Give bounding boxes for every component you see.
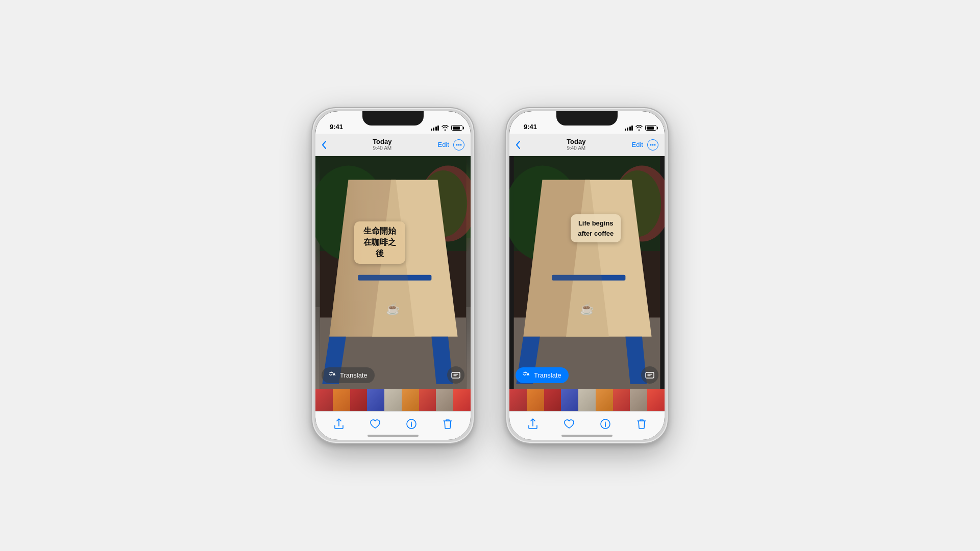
thumb-2-right[interactable]: [527, 389, 544, 411]
svg-point-2: [460, 144, 461, 145]
thumb-9-right[interactable]: [647, 389, 665, 411]
home-indicator-left: [368, 435, 419, 437]
wifi-icon-left: [442, 125, 449, 131]
thumb-3-left[interactable]: [350, 389, 368, 411]
thumb-8-left[interactable]: [436, 389, 453, 411]
thumb-3-right[interactable]: [544, 389, 561, 411]
photo-overlay-right: Translate: [509, 366, 665, 384]
like-button-left[interactable]: [366, 415, 384, 433]
share-button-left[interactable]: [330, 415, 348, 433]
photo-area-right: ☕ Life begins after coffee: [509, 156, 665, 389]
thumbnail-strip-right: [509, 389, 665, 411]
thumb-5-left[interactable]: [384, 389, 402, 411]
thumb-2-left[interactable]: [333, 389, 350, 411]
signal-icon-left: [431, 126, 439, 131]
translate-button-right[interactable]: Translate: [516, 367, 569, 383]
nav-bar-left: Today 9:40 AM Edit: [315, 134, 471, 156]
sign-label-left: 生命開始 在咖啡之後: [354, 221, 405, 264]
svg-point-21: [652, 144, 653, 145]
info-button-left[interactable]: [402, 415, 421, 433]
delete-button-right[interactable]: [632, 415, 651, 433]
like-button-right[interactable]: [560, 415, 578, 433]
nav-more-left[interactable]: [453, 139, 464, 151]
thumb-6-right[interactable]: [596, 389, 613, 411]
phone-right-screen: 9:41: [509, 111, 665, 440]
home-indicator-right: [561, 435, 612, 437]
share-button-right[interactable]: [524, 415, 542, 433]
nav-subtitle-left: 9:40 AM: [373, 145, 391, 152]
translate-label-right: Translate: [534, 371, 561, 379]
svg-point-1: [458, 144, 459, 145]
thumb-4-right[interactable]: [561, 389, 578, 411]
live-text-icon-right: [645, 370, 654, 380]
nav-center-right: Today 9:40 AM: [567, 138, 585, 152]
translate-icon-right: [523, 371, 531, 379]
aframe-svg-right: ☕: [509, 156, 665, 389]
status-icons-left: [431, 125, 463, 131]
translate-icon-left: [329, 371, 337, 379]
live-text-button-left[interactable]: [447, 366, 464, 384]
phone-left-frame: 9:41: [311, 107, 475, 444]
scene-left: ☕ 生命開始: [315, 156, 471, 389]
translate-button-left[interactable]: Translate: [322, 367, 375, 383]
svg-point-22: [654, 144, 655, 145]
notch-left: [362, 111, 424, 126]
wifi-icon-right: [635, 125, 643, 131]
nav-edit-left[interactable]: Edit: [438, 141, 449, 148]
svg-rect-18: [452, 372, 460, 378]
status-time-right: 9:41: [520, 123, 537, 131]
svg-point-20: [650, 144, 651, 145]
nav-actions-right: Edit: [632, 139, 658, 151]
thumb-9-left[interactable]: [453, 389, 471, 411]
nav-more-right[interactable]: [647, 139, 658, 151]
sign-line2-right: after coffee: [578, 229, 614, 239]
phone-right-frame: 9:41: [505, 107, 669, 444]
info-button-right[interactable]: [596, 415, 615, 433]
svg-rect-36: [646, 372, 654, 378]
thumb-8-right[interactable]: [630, 389, 647, 411]
thumb-4-left[interactable]: [367, 389, 384, 411]
nav-edit-right[interactable]: Edit: [632, 141, 643, 148]
nav-title-left: Today: [373, 138, 391, 146]
sign-line1-left: 生命開始: [360, 226, 399, 237]
thumb-1-left[interactable]: [315, 389, 333, 411]
translate-label-left: Translate: [340, 371, 368, 379]
battery-icon-left: [451, 125, 462, 131]
thumb-6-left[interactable]: [402, 389, 419, 411]
thumb-7-left[interactable]: [419, 389, 436, 411]
phone-left: 9:41: [311, 107, 475, 444]
notch-right: [556, 111, 618, 126]
delete-button-left[interactable]: [438, 415, 457, 433]
thumb-7-right[interactable]: [613, 389, 630, 411]
phone-right: 9:41: [505, 107, 669, 444]
status-icons-right: [625, 125, 657, 131]
nav-actions-left: Edit: [438, 139, 464, 151]
nav-bar-right: Today 9:40 AM Edit: [509, 134, 665, 156]
photo-area-left: ☕ 生命開始: [315, 156, 471, 389]
sign-line2-left: 在咖啡之後: [360, 237, 399, 260]
nav-title-right: Today: [567, 138, 585, 146]
svg-point-0: [456, 144, 457, 145]
aframe-svg-left: ☕: [315, 156, 471, 389]
sign-line1-right: Life begins: [578, 218, 614, 229]
sign-label-right: Life begins after coffee: [571, 214, 621, 242]
nav-center-left: Today 9:40 AM: [373, 138, 391, 152]
phone-left-screen: 9:41: [315, 111, 471, 440]
nav-subtitle-right: 9:40 AM: [567, 145, 585, 152]
photo-overlay-left: Translate: [315, 366, 471, 384]
nav-back-left[interactable]: [322, 141, 327, 149]
scene-right: ☕ Life begins after coffee: [509, 156, 665, 389]
battery-icon-right: [645, 125, 656, 131]
thumbnail-strip-left: [315, 389, 471, 411]
thumb-5-right[interactable]: [578, 389, 596, 411]
live-text-icon-left: [451, 370, 460, 380]
status-time-left: 9:41: [326, 123, 343, 131]
thumb-1-right[interactable]: [509, 389, 527, 411]
nav-back-right[interactable]: [516, 141, 521, 149]
live-text-button-right[interactable]: [641, 366, 658, 384]
signal-icon-right: [625, 126, 633, 131]
